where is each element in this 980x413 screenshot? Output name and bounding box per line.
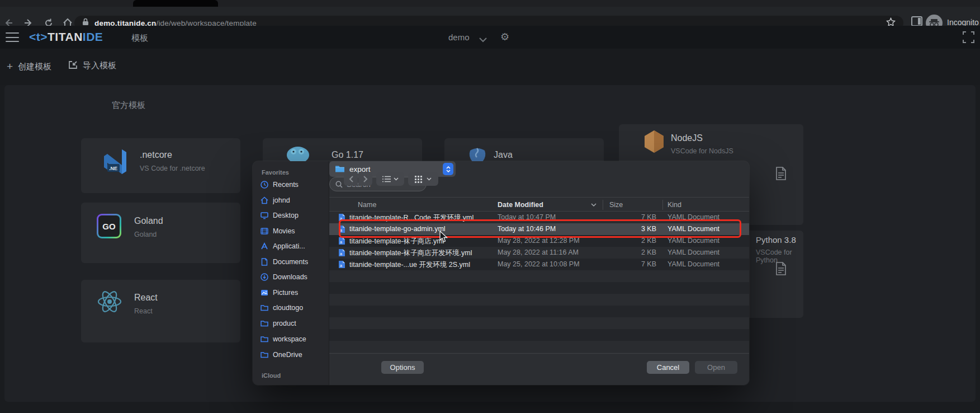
browser-tab-strip [0, 0, 980, 7]
empty-row [329, 317, 749, 329]
column-header-row: Name Date Modified Size Kind [329, 197, 749, 212]
svg-text:.NE: .NE [109, 166, 117, 171]
section-title: 官方模板 [112, 100, 145, 111]
svg-text:a: a [340, 264, 342, 267]
svg-text:a: a [340, 240, 342, 244]
file-row[interactable]: a titanide-template-...ue 开发环境 2S.yml Ma… [329, 259, 749, 270]
nodejs-icon [643, 130, 665, 156]
mouse-cursor [439, 231, 448, 245]
clock-icon [261, 181, 268, 189]
sidebar-item-cloudtogo[interactable]: cloudtogo [261, 304, 325, 312]
download-icon [261, 273, 268, 281]
list-view-button[interactable] [376, 172, 404, 186]
grid-view-button[interactable] [408, 172, 438, 186]
yaml-file-icon: a [338, 260, 345, 271]
card-title: Go 1.17 [332, 150, 363, 160]
goland-icon: GO [97, 214, 121, 238]
create-template-button[interactable]: + 创建模板 [7, 60, 51, 73]
card-subtitle: VSCode for NodsJS [671, 147, 733, 155]
folder-icon [261, 304, 268, 311]
card-subtitle: React [134, 307, 153, 315]
column-divider [603, 200, 603, 210]
open-button[interactable]: Open [695, 361, 737, 374]
sidebar-item-desktop[interactable]: Desktop [261, 212, 325, 219]
column-kind[interactable]: Kind [667, 201, 681, 209]
screen: demo.titanide.cn/ide/web/workspace/templ… [0, 0, 980, 413]
document-icon[interactable] [775, 262, 787, 278]
plus-icon: + [7, 60, 13, 73]
cancel-button[interactable]: Cancel [647, 361, 689, 374]
fullscreen-icon[interactable] [963, 31, 974, 45]
chevron-down-icon [427, 177, 432, 181]
svg-text:a: a [340, 252, 342, 256]
document-icon[interactable] [775, 167, 787, 182]
titanide-logo[interactable]: <t>TITANIDE [29, 30, 103, 44]
folder-icon [261, 320, 268, 327]
empty-row [329, 282, 749, 294]
chevron-down-icon [394, 177, 399, 181]
dialog-sidebar: Favorites Recents johnd Desktop Movies A… [253, 161, 329, 385]
folder-icon [261, 336, 268, 342]
menu-icon[interactable] [6, 32, 19, 42]
template-action-bar [0, 49, 980, 85]
empty-row [329, 306, 749, 317]
chevron-down-icon[interactable] [479, 35, 487, 45]
column-divider [662, 200, 663, 210]
template-card-netcore[interactable]: .NE .netcore VS Code for .netcore [81, 138, 240, 193]
browser-toolbar: demo.titanide.cn/ide/web/workspace/templ… [0, 7, 980, 26]
sidebar-item-documents[interactable]: Documents [261, 258, 325, 266]
card-title: .netcore [140, 150, 172, 160]
netcore-icon: .NE [101, 147, 130, 179]
list-icon [382, 176, 391, 182]
column-size[interactable]: Size [609, 201, 623, 209]
icloud-label: iCloud [262, 372, 281, 379]
stepper-icon[interactable] [443, 163, 453, 175]
favorites-label: Favorites [262, 169, 289, 176]
file-row[interactable]: a titanide-template-袜子商店开发环境.yml May 28,… [329, 247, 749, 259]
workspace-selector[interactable]: demo [448, 32, 470, 42]
desktop-icon [261, 212, 268, 219]
film-icon [261, 227, 268, 235]
grid-icon [415, 176, 424, 183]
sidebar-item-product[interactable]: product [261, 320, 325, 327]
sidebar-item-downloads[interactable]: Downloads [261, 273, 325, 281]
import-icon [68, 60, 78, 71]
dialog-back-button[interactable] [344, 172, 358, 186]
card-title: NodeJS [671, 133, 703, 143]
options-button[interactable]: Options [381, 361, 424, 374]
sidebar-item-pictures[interactable]: Pictures [261, 289, 325, 297]
browser-tab[interactable] [133, 0, 218, 7]
card-title: React [134, 293, 158, 303]
template-card-goland[interactable]: GO Goland Goland [81, 203, 240, 263]
sidebar-item-movies[interactable]: Movies [261, 227, 325, 235]
sidebar-item-recents[interactable]: Recents [261, 181, 325, 189]
home-icon [261, 196, 268, 204]
folder-icon [335, 165, 345, 173]
document-icon [261, 258, 268, 266]
appstore-icon [261, 242, 268, 250]
column-name[interactable]: Name [358, 201, 376, 209]
photo-icon [261, 289, 268, 297]
sort-chevron-icon [591, 203, 596, 207]
dialog-forward-button[interactable] [358, 172, 372, 186]
column-date-modified[interactable]: Date Modified [498, 201, 543, 209]
sidebar-item-home[interactable]: johnd [261, 196, 325, 204]
sidebar-item-applications[interactable]: Applicati... [261, 242, 325, 250]
card-subtitle: Goland [134, 231, 157, 238]
empty-row [329, 329, 749, 341]
sidebar-item-workspace[interactable]: workspace [261, 335, 325, 343]
import-template-button[interactable]: 导入模板 [68, 60, 116, 71]
card-title: Python 3.8 [756, 235, 796, 245]
card-title: Goland [134, 216, 163, 226]
dialog-content: export Search Name Date Modified Size Ki… [329, 161, 749, 385]
yaml-file-icon: a [338, 237, 345, 247]
folder-icon [261, 351, 268, 358]
open-file-dialog: Favorites Recents johnd Desktop Movies A… [253, 161, 749, 385]
empty-row [329, 294, 749, 306]
card-title: Java [494, 150, 513, 160]
highlight-red-box [339, 219, 741, 238]
search-icon [335, 181, 343, 188]
gear-icon[interactable]: ⚙ [500, 31, 509, 43]
sidebar-item-onedrive[interactable]: OneDrive [261, 351, 325, 359]
template-card-react[interactable]: React React [81, 280, 240, 342]
